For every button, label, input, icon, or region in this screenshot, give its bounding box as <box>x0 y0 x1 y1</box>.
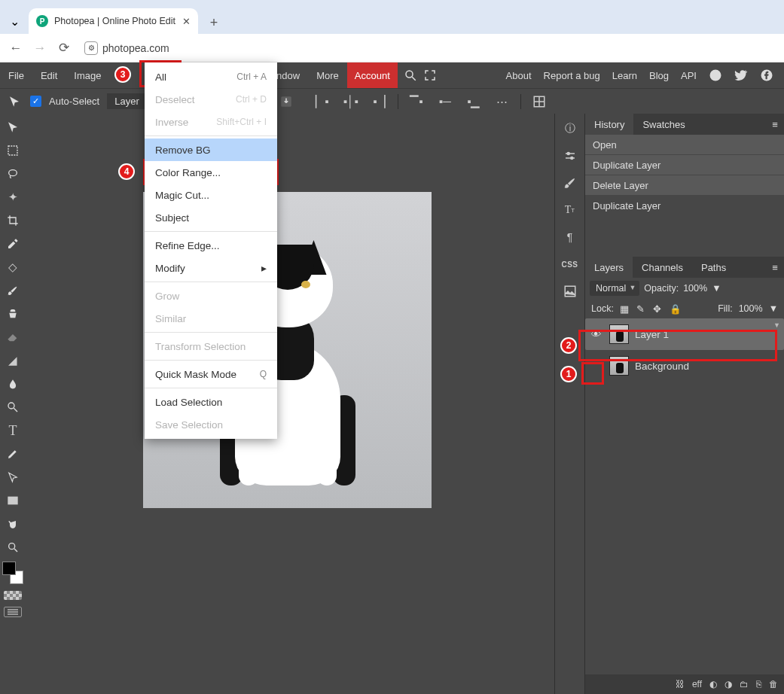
lasso-tool[interactable] <box>2 163 23 184</box>
menu-more[interactable]: More <box>308 62 347 88</box>
eyedropper-tool[interactable] <box>2 233 23 254</box>
brush-tool[interactable] <box>2 280 23 301</box>
link-blog[interactable]: Blog <box>649 70 669 81</box>
align-more-icon[interactable]: ⋯ <box>492 91 513 112</box>
menu-image[interactable]: Image <box>66 62 109 88</box>
image-panel-icon[interactable] <box>560 281 581 302</box>
layer-effects-label[interactable]: eff <box>692 679 702 689</box>
layer-folder-icon[interactable]: 🗀 <box>740 679 749 689</box>
menu-item-magic-cut[interactable]: Magic Cut... <box>145 184 277 206</box>
menu-edit[interactable]: Edit <box>32 62 66 88</box>
site-info[interactable]: ⚙ photopea.com <box>84 41 169 55</box>
layer-thumbnail[interactable] <box>609 356 629 376</box>
link-layers-icon[interactable]: ⛓ <box>676 679 685 689</box>
tab-swatches[interactable]: Swatches <box>633 114 694 135</box>
lock-transparent-icon[interactable]: ▦ <box>620 303 630 314</box>
hand-tool[interactable] <box>2 513 23 534</box>
menu-item-modify[interactable]: Modify▸ <box>145 257 277 279</box>
history-item[interactable]: Open <box>585 135 784 155</box>
link-api[interactable]: API <box>681 70 697 81</box>
menu-account[interactable]: Account <box>347 62 398 88</box>
tab-channels[interactable]: Channels <box>633 257 692 278</box>
lock-position-icon[interactable]: ✥ <box>653 303 664 314</box>
menu-item-quick-mask-mode[interactable]: Quick Mask ModeQ <box>145 363 277 385</box>
gradient-tool[interactable]: ◢ <box>2 350 23 371</box>
layers-panel-menu-icon[interactable]: ≡ <box>766 262 784 273</box>
align-left-icon[interactable]: ▏▪ <box>312 91 333 112</box>
pen-tool[interactable] <box>2 443 23 464</box>
download-icon[interactable] <box>276 91 297 112</box>
screen-mode-icon[interactable] <box>4 607 22 617</box>
menu-file[interactable]: File <box>0 62 32 88</box>
layer-thumbnail[interactable] <box>609 324 629 344</box>
grid-icon[interactable] <box>529 91 550 112</box>
history-panel-menu-icon[interactable]: ≡ <box>766 119 784 130</box>
layer-row[interactable]: Background <box>585 350 784 382</box>
align-middle-icon[interactable]: ▪─ <box>435 91 456 112</box>
layer-name[interactable]: Layer 1 <box>635 329 669 340</box>
type-tool[interactable]: T <box>2 420 23 441</box>
layer-row[interactable]: 👁 Layer 1 <box>585 318 784 350</box>
rect-select-tool[interactable] <box>2 140 23 161</box>
canvas-area[interactable] <box>26 114 554 694</box>
tab-history[interactable]: History <box>585 114 633 135</box>
eraser-tool[interactable] <box>2 327 23 348</box>
fullscreen-icon[interactable] <box>423 68 437 82</box>
reload-button[interactable]: ⟳ <box>57 40 71 56</box>
history-item[interactable]: Duplicate Layer <box>585 155 784 175</box>
adjustment-layer-icon[interactable]: ◑ <box>725 679 732 689</box>
brush-panel-icon[interactable] <box>560 172 581 193</box>
auto-select-checkbox[interactable]: ✓ <box>30 96 41 107</box>
browser-tab[interactable]: P Photopea | Online Photo Edit ✕ <box>29 8 198 34</box>
zoom-tool[interactable] <box>2 537 23 558</box>
character-panel-icon[interactable]: TT <box>560 199 581 221</box>
adjust-panel-icon[interactable] <box>560 145 581 166</box>
site-settings-icon[interactable]: ⚙ <box>84 41 98 55</box>
opacity-dropdown-icon[interactable]: ▼ <box>712 283 721 294</box>
color-swatches[interactable] <box>2 562 23 584</box>
back-button[interactable]: ← <box>9 41 23 56</box>
align-right-icon[interactable]: ▪▕ <box>369 91 390 112</box>
link-learn[interactable]: Learn <box>612 70 637 81</box>
fill-value[interactable]: 100% <box>739 303 763 314</box>
lock-all-icon[interactable]: 🔒 <box>670 303 680 314</box>
tabstrip-chevron[interactable]: ⌄ <box>0 8 29 34</box>
opacity-value[interactable]: 100% <box>683 283 707 294</box>
info-panel-icon[interactable]: ⓘ <box>560 118 581 139</box>
css-panel-icon[interactable]: CSS <box>560 254 581 275</box>
reddit-icon[interactable] <box>709 68 722 82</box>
align-center-h-icon[interactable]: ▪│▪ <box>340 91 361 112</box>
align-top-icon[interactable]: ▔▪ <box>406 91 427 112</box>
new-tab-button[interactable]: + <box>203 11 225 34</box>
menu-item-remove-bg[interactable]: Remove BG <box>145 138 277 161</box>
link-about[interactable]: About <box>506 70 532 81</box>
menu-item-load-selection[interactable]: Load Selection <box>145 391 277 413</box>
tab-layers[interactable]: Layers <box>585 257 633 278</box>
layer-mask-icon[interactable]: ◐ <box>709 679 717 689</box>
history-item[interactable]: Delete Layer <box>585 175 784 196</box>
menu-item-subject[interactable]: Subject <box>145 206 277 229</box>
twitter-icon[interactable] <box>734 68 748 82</box>
tab-paths[interactable]: Paths <box>692 257 735 278</box>
menu-item-all[interactable]: AllCtrl + A <box>145 65 277 88</box>
path-select-tool[interactable] <box>2 467 23 488</box>
foreground-color[interactable] <box>2 562 16 575</box>
history-item[interactable]: Duplicate Layer <box>585 196 784 216</box>
url-text[interactable]: photopea.com <box>102 42 169 54</box>
new-layer-icon[interactable]: ⎘ <box>756 679 761 689</box>
link-report-bug[interactable]: Report a bug <box>544 70 600 81</box>
layer-name[interactable]: Background <box>635 361 689 372</box>
lock-pixels-icon[interactable]: ✎ <box>636 303 647 314</box>
blur-tool[interactable] <box>2 373 23 394</box>
align-bottom-icon[interactable]: ▪▁ <box>463 91 484 112</box>
menu-item-color-range[interactable]: Color Range... <box>145 161 277 184</box>
search-icon[interactable] <box>404 68 417 82</box>
auto-select-target[interactable]: Layer <box>107 93 147 109</box>
healing-tool[interactable]: ◇ <box>2 257 23 278</box>
quick-mask-toggle[interactable] <box>4 591 22 600</box>
rectangle-tool[interactable] <box>2 490 23 511</box>
dodge-tool[interactable] <box>2 397 23 418</box>
menu-item-refine-edge[interactable]: Refine Edge... <box>145 234 277 257</box>
layer-visibility-icon[interactable]: 👁 <box>590 329 603 340</box>
move-tool[interactable] <box>2 117 23 138</box>
